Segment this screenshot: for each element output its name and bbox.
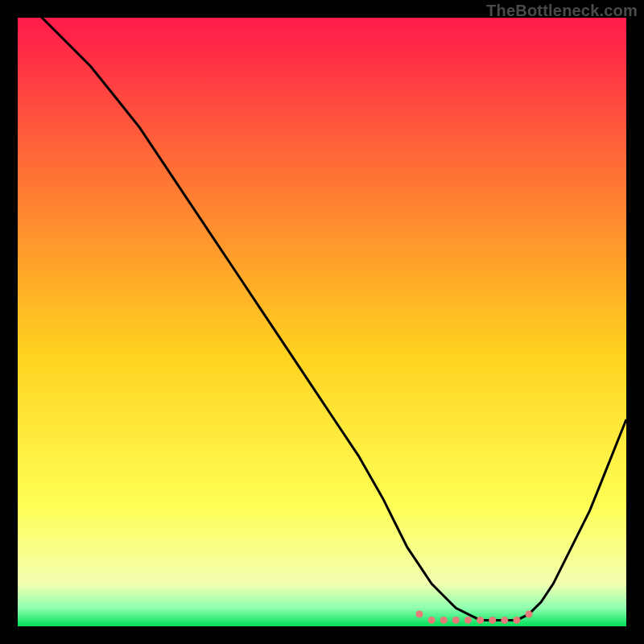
trough-dot bbox=[513, 617, 520, 624]
chart-frame bbox=[18, 18, 626, 626]
trough-dot bbox=[501, 617, 508, 624]
bottleneck-chart bbox=[18, 18, 626, 626]
gradient-background bbox=[18, 18, 626, 626]
trough-dot bbox=[428, 617, 436, 624]
trough-dot bbox=[526, 610, 533, 617]
trough-dot bbox=[464, 617, 472, 624]
trough-dot bbox=[416, 610, 423, 617]
trough-dot bbox=[440, 617, 448, 624]
trough-dot bbox=[452, 617, 460, 624]
watermark-text: TheBottleneck.com bbox=[486, 2, 638, 20]
trough-dot bbox=[489, 617, 496, 624]
trough-dot bbox=[477, 617, 484, 624]
